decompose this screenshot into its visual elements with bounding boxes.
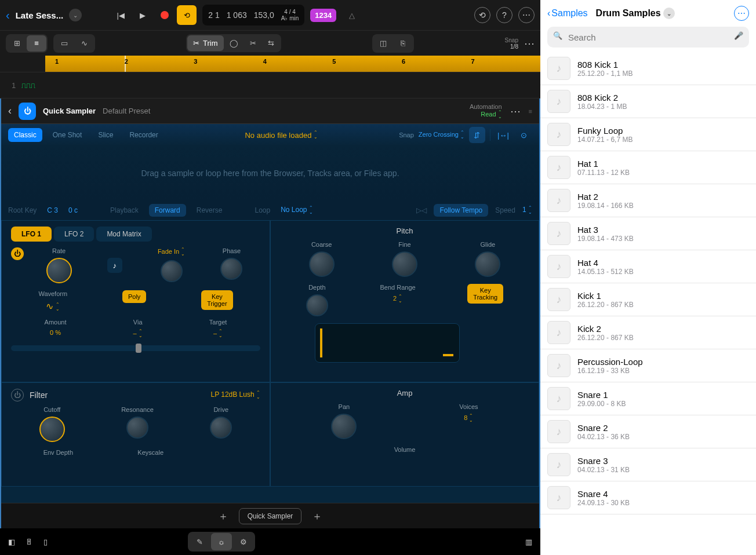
list-item[interactable]: ♪808 Kick 125.12.20 - 1,1 MB (540, 52, 756, 85)
select-tool-icon[interactable]: ◫ (373, 35, 393, 52)
toolbar-more-icon[interactable]: ⋯ (524, 37, 535, 50)
pitch-envelope[interactable] (315, 323, 460, 363)
rate-knob[interactable] (46, 258, 72, 283)
speed-value[interactable]: 1 ⌃⌄ (522, 206, 532, 215)
edit-icon[interactable]: ✎ (189, 533, 210, 550)
copy-tool-icon[interactable]: ⎘ (393, 35, 413, 52)
root-cents-value[interactable]: 0 c (68, 206, 78, 214)
list-item[interactable]: ♪Hat 219.08.14 - 166 KB (540, 184, 756, 217)
back-icon[interactable]: ‹ (6, 9, 10, 22)
lcd-display[interactable]: 2 1 1 063 153,0 4 / 4A♭ min (202, 5, 304, 25)
list-item[interactable]: ♪Kick 126.12.20 - 867 KB (540, 283, 756, 316)
voices-value[interactable]: 8 ⌃⌄ (464, 414, 473, 423)
tab-lfo2[interactable]: LFO 2 (54, 227, 94, 242)
stretch-mode-icon[interactable]: ⇆ (262, 35, 280, 51)
browser-icon[interactable]: ◧ (8, 538, 15, 546)
mode-oneshot[interactable]: One Shot (47, 128, 88, 142)
lfo-power-icon[interactable]: ⏻ (11, 247, 24, 260)
snap-label[interactable]: Snap 1/8 (505, 37, 518, 50)
automation-mode[interactable]: Read ⌃⌄ (470, 110, 502, 119)
list-item[interactable]: ♪Percussion-Loop16.12.19 - 33 KB (540, 349, 756, 382)
fade-in-label[interactable]: Fade In ⌃⌄ (158, 247, 185, 257)
forward-button[interactable]: Forward (149, 204, 186, 217)
add-plugin-left-icon[interactable]: ＋ (216, 509, 231, 524)
list-item[interactable]: ♪Funky Loop14.07.21 - 6,7 MB (540, 118, 756, 151)
go-to-start-button[interactable]: |◀ (111, 5, 130, 25)
tab-mod-matrix[interactable]: Mod Matrix (96, 227, 151, 242)
loop-mode-icon[interactable]: ◯ (224, 35, 244, 51)
sample-drop-area[interactable]: Drag a sample or loop here from the Brow… (1, 146, 539, 200)
file-load-menu[interactable]: No audio file loaded⌃⌄ (245, 130, 318, 140)
mixer-icon[interactable]: 🎚 (26, 538, 33, 546)
timeline-ruler[interactable]: 1234567 (45, 56, 540, 72)
trim-mode[interactable]: ✂Trim (187, 35, 224, 51)
more-icon[interactable]: ⋯ (518, 7, 535, 23)
depth-knob[interactable] (306, 294, 328, 316)
amount-value[interactable]: 0 % (50, 329, 61, 336)
browser-title[interactable]: Drum Samples⌄ (596, 8, 675, 19)
pan-knob[interactable] (331, 414, 357, 439)
mic-icon[interactable]: 🎤 (734, 31, 743, 40)
chain-slot-quick-sampler[interactable]: Quick Sampler (239, 508, 302, 524)
tab-lfo1[interactable]: LFO 1 (11, 227, 52, 242)
sampler-more-icon[interactable]: ⊙ (516, 127, 532, 143)
rate-sync-icon[interactable]: ♪ (107, 258, 122, 273)
keyboard-icon[interactable]: ▥ (525, 538, 532, 546)
project-menu-icon[interactable]: ⌄ (69, 9, 82, 21)
key-tracking-button[interactable]: Key Tracking (467, 284, 503, 304)
chevron-down-icon[interactable]: ⌄ (663, 8, 675, 19)
play-button[interactable]: ▶ (133, 5, 152, 25)
faders-icon[interactable]: ▯ (43, 538, 48, 546)
amount-slider[interactable] (11, 345, 260, 351)
mode-classic[interactable]: Classic (8, 128, 42, 142)
bend-range-value[interactable]: 2 ⌃⌄ (393, 294, 402, 304)
plugin-power-button[interactable]: ⏻ (19, 103, 36, 120)
plugin-more-icon[interactable]: ⋯ (510, 105, 521, 118)
project-title[interactable]: Late Sess... (16, 10, 64, 20)
plugin-handle-icon[interactable]: ≡ (529, 108, 532, 115)
list-item[interactable]: ♪Snare 129.09.00 - 8 KB (540, 382, 756, 415)
undo-icon[interactable]: ⟲ (474, 7, 490, 23)
automation-view-icon[interactable]: ∿ (74, 35, 94, 52)
via-value[interactable]: – ⌃⌄ (133, 329, 143, 338)
loop-value[interactable]: No Loop ⌃⌄ (281, 206, 313, 215)
glide-knob[interactable] (475, 251, 500, 277)
zoom-fit-icon[interactable]: |↔| (495, 127, 511, 143)
mode-slice[interactable]: Slice (92, 128, 119, 142)
reverse-button[interactable]: Reverse (197, 206, 223, 214)
help-icon[interactable]: ? (496, 7, 513, 23)
flex-icon[interactable]: ▷◁ (416, 206, 427, 214)
drive-knob[interactable] (210, 417, 232, 439)
key-trigger-button[interactable]: Key Trigger (201, 290, 232, 310)
list-item[interactable]: ♪Hat 107.11.13 - 12 KB (540, 151, 756, 184)
target-value[interactable]: – ⌃⌄ (213, 329, 223, 338)
list-item[interactable]: ♪Kick 226.12.20 - 867 KB (540, 316, 756, 349)
fine-knob[interactable] (392, 251, 417, 277)
waveform-selector[interactable]: ∿ ⌃⌄ (46, 301, 60, 312)
metronome-icon[interactable]: △ (342, 5, 362, 25)
controls-icon[interactable]: ☼ (211, 533, 232, 550)
fade-in-knob[interactable] (161, 260, 183, 282)
list-item[interactable]: ♪Hat 414.05.13 - 512 KB (540, 250, 756, 283)
zoom-vertical-icon[interactable]: ⇵ (469, 127, 485, 143)
count-in-button[interactable]: 1234 (310, 9, 336, 22)
track-header[interactable]: 1 ⎍⎍⎍ (0, 72, 99, 98)
list-item[interactable]: ♪Hat 319.08.14 - 473 KB (540, 217, 756, 250)
region-view-icon[interactable]: ▭ (54, 35, 74, 52)
settings-icon[interactable]: ⚙ (233, 533, 254, 550)
sampler-snap-value[interactable]: Zero Crossing ⌃⌄ (419, 130, 464, 140)
list-item[interactable]: ♪Snare 424.09.13 - 30 KB (540, 481, 756, 514)
coarse-knob[interactable] (309, 251, 335, 277)
record-button[interactable] (155, 5, 175, 25)
grid-view-icon[interactable]: ⊞ (7, 35, 27, 52)
list-item[interactable]: ♪808 Kick 218.04.23 - 1 MB (540, 85, 756, 118)
plugin-back-icon[interactable]: ‹ (8, 105, 12, 117)
track-lane[interactable] (99, 72, 540, 98)
split-mode-icon[interactable]: ✂ (244, 35, 262, 51)
search-input[interactable] (547, 27, 749, 48)
list-item[interactable]: ♪Snare 304.02.13 - 31 KB (540, 448, 756, 481)
follow-tempo-button[interactable]: Follow Tempo (434, 204, 488, 217)
resonance-knob[interactable] (126, 417, 148, 439)
list-item[interactable]: ♪Snare 204.02.13 - 36 KB (540, 415, 756, 448)
browser-more-icon[interactable]: ⋯ (734, 6, 749, 21)
